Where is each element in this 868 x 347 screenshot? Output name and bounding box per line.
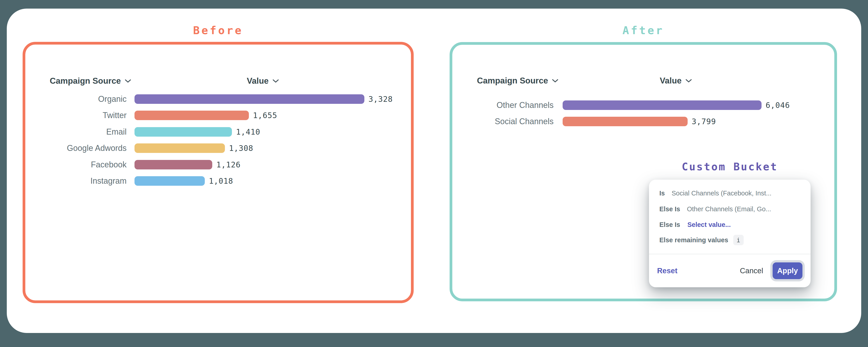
rule-keyword: Else Is [659,221,680,229]
reset-link[interactable]: Reset [657,266,677,275]
bar-value: 3,328 [368,94,393,104]
bucket-rule-row[interactable]: Is Social Channels (Facebook, Inst... [659,188,804,198]
after-value-header[interactable]: Value [660,76,692,86]
info-icon[interactable]: i [733,235,744,245]
before-value-header-label: Value [247,76,269,86]
row-label: Facebook [23,160,127,169]
row-label: Social Channels [450,117,554,126]
table-row: Instagram 1,018 [23,176,414,186]
table-row: Facebook 1,126 [23,160,414,169]
row-label: Instagram [23,176,127,186]
table-row: Google Adwords 1,308 [23,143,414,153]
custom-bucket-title: Custom Bucket [649,161,811,173]
chevron-down-icon [125,79,131,83]
bar-value: 1,655 [253,111,277,120]
rule-keyword: Else remaining values [659,236,728,244]
after-source-header[interactable]: Campaign Source [477,76,559,86]
chevron-down-icon [685,79,692,83]
bar-email[interactable] [134,127,232,137]
bar-instagram[interactable] [134,176,205,186]
bar-other-channels[interactable] [563,100,762,110]
chevron-down-icon [552,79,559,83]
bucket-rule-row[interactable]: Else Is Other Channels (Email, Go... [659,204,804,214]
bucket-rule-row: Else remaining values i [659,235,804,245]
popup-footer: Reset Cancel Apply [649,254,811,287]
row-label: Twitter [23,111,127,120]
rule-value: Other Channels (Email, Go... [687,205,771,213]
chevron-down-icon [272,79,279,83]
rule-keyword: Else Is [659,205,680,213]
before-source-header[interactable]: Campaign Source [50,76,131,86]
select-value-link[interactable]: Select value... [687,221,731,229]
before-panel-title: Before [23,24,414,37]
table-row: Organic 3,328 [23,94,414,104]
before-source-header-label: Campaign Source [50,76,121,86]
bar-value: 1,018 [209,176,233,185]
bar-twitter[interactable] [134,111,249,120]
rule-value: Social Channels (Facebook, Inst... [672,190,772,197]
bucket-rule-row: Else Is Select value... [659,220,804,230]
table-row: Email 1,410 [23,127,414,137]
row-label: Email [23,127,127,137]
apply-button[interactable]: Apply [773,262,802,279]
before-panel: Campaign Source Value Organic 3,328 Twit… [23,42,414,303]
table-row: Social Channels 3,799 [450,117,837,126]
bar-value: 1,126 [216,160,241,169]
bar-value: 3,799 [692,117,716,126]
bar-organic[interactable] [134,94,364,104]
row-label: Organic [23,94,127,104]
bar-value: 1,410 [236,127,260,136]
table-row: Twitter 1,655 [23,111,414,120]
rule-keyword: Is [659,190,665,197]
bar-social-channels[interactable] [563,117,688,126]
cancel-button[interactable]: Cancel [740,266,763,275]
stage: Before Campaign Source Value Organic 3,3… [0,0,868,347]
row-label: Google Adwords [23,143,127,153]
row-label: Other Channels [450,100,554,110]
bar-value: 6,046 [766,101,790,110]
after-source-header-label: Campaign Source [477,76,548,86]
table-row: Other Channels 6,046 [450,100,837,110]
after-value-header-label: Value [660,76,682,86]
before-value-header[interactable]: Value [247,76,279,86]
bar-value: 1,308 [229,144,253,153]
bar-google-adwords[interactable] [134,143,225,153]
bar-facebook[interactable] [134,160,212,169]
custom-bucket-popup: Is Social Channels (Facebook, Inst... El… [649,180,811,287]
after-panel-title: After [450,24,837,37]
